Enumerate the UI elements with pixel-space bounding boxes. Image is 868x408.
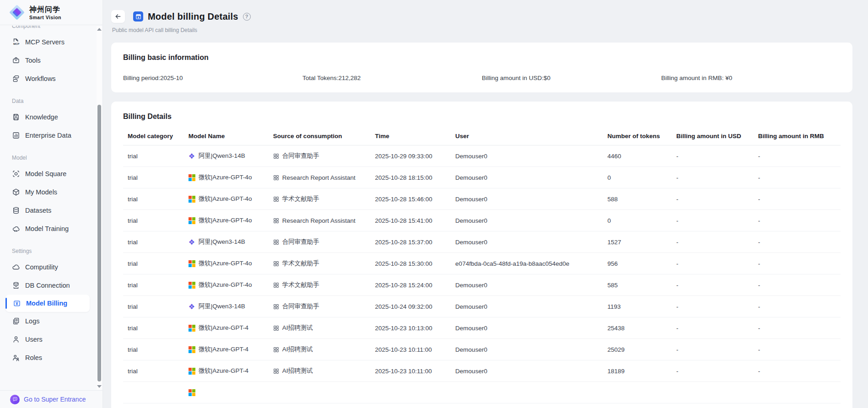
- cell-usd: -: [673, 231, 755, 253]
- sidebar-item-roles[interactable]: Roles: [0, 349, 96, 367]
- cell-source: Research Report Assistant: [270, 210, 372, 231]
- cell-usd: -: [673, 210, 755, 231]
- microsoft-logo-icon: [189, 217, 195, 224]
- table-row[interactable]: trial 微软|Azure-GPT-4 AI招聘测试 2025-10-23 1…: [123, 317, 841, 339]
- sidebar-scrollbar[interactable]: [97, 26, 102, 390]
- scrollbar-thumb[interactable]: [97, 105, 101, 381]
- logs-icon: [12, 317, 20, 325]
- cell-rmb: -: [755, 274, 841, 296]
- table-row[interactable]: trial 微软|Azure-GPT-4o 学术文献助手 2025-10-28 …: [123, 188, 841, 210]
- cell-tokens: 4460: [604, 145, 673, 167]
- app-grid-icon: [273, 261, 279, 267]
- cell-model-category: trial: [123, 317, 185, 339]
- sidebar-item-mcp-servers[interactable]: MCPMCP Servers: [0, 33, 96, 51]
- sidebar-item-db-connection[interactable]: DB Connection: [0, 276, 96, 295]
- col-time: Time: [372, 127, 452, 145]
- cell-source: AI招聘测试: [270, 360, 372, 382]
- cell-time: 2025-10-23 10:11:00: [372, 339, 452, 360]
- cell-usd: -: [673, 253, 755, 274]
- cell-usd: [673, 382, 755, 403]
- cell-tokens: 1527: [604, 231, 673, 253]
- cell-usd: -: [673, 167, 755, 188]
- cell-user: Demouser0: [452, 339, 604, 360]
- cell-model-category: [123, 382, 185, 403]
- cell-rmb: -: [755, 360, 841, 382]
- cell-usd: -: [673, 296, 755, 317]
- qwen-logo-icon: ❖: [189, 303, 195, 310]
- enterprise-data-icon: [12, 131, 20, 140]
- sidebar-item-knowledge[interactable]: Knowledge: [0, 108, 96, 126]
- cell-model-name: 微软|Azure-GPT-4o: [185, 274, 270, 296]
- section-label-model: Model: [0, 145, 96, 165]
- cell-model-name: 微软|Azure-GPT-4: [185, 317, 270, 339]
- cell-user: Demouser0: [452, 188, 604, 210]
- app-grid-icon: [273, 325, 279, 331]
- scroll-up-icon[interactable]: [97, 28, 102, 31]
- sidebar-item-workflows[interactable]: Workflows: [0, 70, 96, 88]
- cell-time: 2025-10-29 09:33:00: [372, 145, 452, 167]
- sidebar-item-model-training[interactable]: Model Training: [0, 220, 96, 238]
- back-arrow-icon: [114, 13, 122, 20]
- table-row[interactable]: trial 微软|Azure-GPT-4o 学术文献助手 2025-10-28 …: [123, 253, 841, 274]
- cell-time: 2025-10-24 09:32:00: [372, 296, 452, 317]
- cell-usd: -: [673, 188, 755, 210]
- billing-basic-card: Billing basic information Billing period…: [111, 43, 852, 92]
- sidebar-item-tools[interactable]: Tools: [0, 51, 96, 70]
- cell-model-category: trial: [123, 360, 185, 382]
- cell-model-name: 微软|Azure-GPT-4: [185, 339, 270, 360]
- sidebar-item-logs[interactable]: Logs: [0, 312, 96, 330]
- cell-time: 2025-10-28 15:24:00: [372, 274, 452, 296]
- cell-rmb: -: [755, 339, 841, 360]
- back-button[interactable]: [111, 10, 125, 23]
- cell-model-category: trial: [123, 188, 185, 210]
- sidebar-item-datasets[interactable]: Datasets: [0, 201, 96, 220]
- cell-source: 学术文献助手: [270, 188, 372, 210]
- app-root: 神州问学 Smart Vision ComponentMCPMCP Server…: [0, 0, 868, 408]
- cell-time: 2025-10-28 15:41:00: [372, 210, 452, 231]
- table-row[interactable]: [123, 382, 841, 403]
- cell-user: Demouser0: [452, 210, 604, 231]
- sidebar-item-model-square[interactable]: Model Square: [0, 165, 96, 183]
- main-content: ¥ Model billing Details ? Public model A…: [103, 0, 868, 408]
- table-row[interactable]: trial 微软|Azure-GPT-4o 学术文献助手 2025-10-28 …: [123, 274, 841, 296]
- table-row[interactable]: trial 微软|Azure-GPT-4o Research Report As…: [123, 210, 841, 231]
- sidebar-item-model-billing[interactable]: Model Billing: [5, 295, 90, 312]
- cell-model-category: trial: [123, 231, 185, 253]
- cell-tokens: 588: [604, 188, 673, 210]
- cell-source: Research Report Assistant: [270, 167, 372, 188]
- table-row[interactable]: trial 微软|Azure-GPT-4o Research Report As…: [123, 167, 841, 188]
- cell-time: 2025-10-28 18:15:00: [372, 167, 452, 188]
- cell-user: Demouser0: [452, 145, 604, 167]
- table-row[interactable]: trial 微软|Azure-GPT-4 AI招聘测试 2025-10-23 1…: [123, 360, 841, 382]
- model-square-icon: [12, 170, 20, 178]
- sidebar-item-users[interactable]: Users: [0, 330, 96, 349]
- cell-time: [372, 382, 452, 403]
- super-entrance-link[interactable]: Go to Super Entrance: [0, 390, 102, 408]
- db-connection-icon: [12, 281, 20, 290]
- cell-tokens: 956: [604, 253, 673, 274]
- billing-info-row: Billing period:2025-10Total Tokens:212,2…: [123, 75, 841, 81]
- sidebar-item-computility[interactable]: Computility: [0, 258, 96, 276]
- app-grid-icon: [273, 347, 279, 353]
- cell-rmb: [755, 382, 841, 403]
- knowledge-icon: [12, 113, 20, 121]
- app-grid-icon: [273, 196, 279, 202]
- table-row[interactable]: trial ❖阿里|Qwen3-14B 合同审查助手 2025-10-24 09…: [123, 296, 841, 317]
- sidebar-item-enterprise-data[interactable]: Enterprise Data: [0, 126, 96, 145]
- cell-time: 2025-10-28 15:46:00: [372, 188, 452, 210]
- table-row[interactable]: trial ❖阿里|Qwen3-14B 合同审查助手 2025-10-28 15…: [123, 231, 841, 253]
- table-row[interactable]: trial 微软|Azure-GPT-4 AI招聘测试 2025-10-23 1…: [123, 339, 841, 360]
- microsoft-logo-icon: [189, 325, 195, 332]
- table-row[interactable]: trial ❖阿里|Qwen3-14B 合同审查助手 2025-10-29 09…: [123, 145, 841, 167]
- page-subtitle: Public model API call billing Details: [112, 27, 852, 33]
- help-icon[interactable]: ?: [243, 13, 251, 21]
- basic-info-title: Billing basic information: [123, 54, 841, 62]
- qwen-logo-icon: ❖: [189, 239, 195, 246]
- info-item-1: Total Tokens:212,282: [302, 75, 482, 81]
- sidebar-nav: ComponentMCPMCP ServersToolsWorkflowsDat…: [0, 26, 96, 390]
- cell-model-category: trial: [123, 145, 185, 167]
- info-item-3: Billing amount in RMB: ¥0: [661, 75, 841, 81]
- brand-logo-icon: [9, 5, 25, 20]
- scroll-down-icon[interactable]: [97, 385, 102, 388]
- sidebar-item-my-models[interactable]: My Models: [0, 183, 96, 201]
